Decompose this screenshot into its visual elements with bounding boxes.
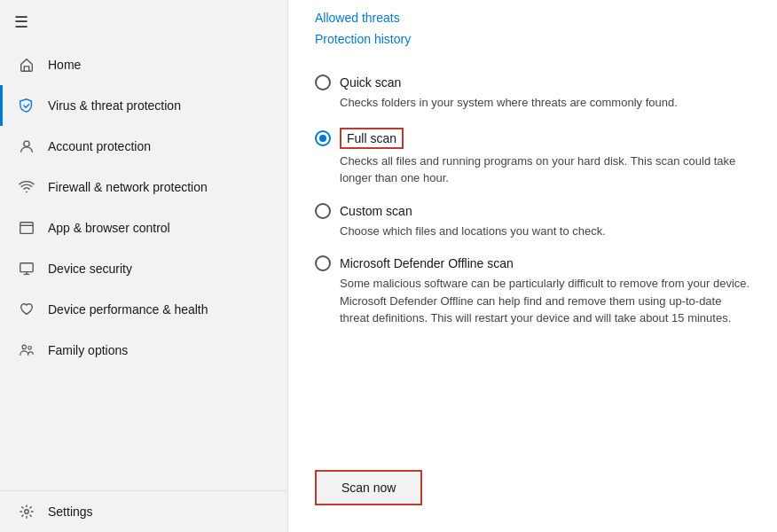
- protection-history-link[interactable]: Protection history: [315, 32, 750, 46]
- sidebar-item-firewall-label: Firewall & network protection: [48, 180, 208, 194]
- sidebar-item-family-label: Family options: [48, 343, 128, 357]
- scan-now-button[interactable]: Scan now: [315, 470, 422, 505]
- sidebar-item-account-label: Account protection: [48, 139, 151, 153]
- home-icon: [18, 56, 35, 74]
- hamburger-icon[interactable]: ☰: [14, 12, 28, 32]
- scan-options: Quick scan Checks folders in your system…: [315, 74, 750, 449]
- links-area: Allowed threats Protection history: [315, 0, 750, 53]
- full-scan-option: Full scan Checks all files and running p…: [315, 128, 750, 187]
- full-scan-radio[interactable]: [315, 130, 331, 146]
- svg-point-3: [22, 345, 27, 349]
- quick-scan-option: Quick scan Checks folders in your system…: [315, 74, 750, 112]
- offline-scan-option: Microsoft Defender Offline scan Some mal…: [315, 255, 750, 327]
- quick-scan-desc: Checks folders in your system where thre…: [340, 94, 750, 112]
- sidebar: ☰ Home Virus & threat protection: [0, 0, 288, 532]
- full-scan-header[interactable]: Full scan: [315, 128, 750, 149]
- heart-icon: [18, 301, 35, 318]
- sidebar-item-firewall[interactable]: Firewall & network protection: [0, 167, 287, 207]
- full-scan-label-wrapper: Full scan: [340, 128, 404, 149]
- sidebar-header: ☰: [0, 0, 287, 44]
- svg-point-0: [24, 141, 29, 146]
- computer-icon: [18, 260, 35, 278]
- quick-scan-header[interactable]: Quick scan: [315, 74, 750, 90]
- custom-scan-radio[interactable]: [315, 203, 331, 219]
- svg-rect-2: [20, 263, 33, 272]
- sidebar-item-devicesec-label: Device security: [48, 262, 132, 276]
- custom-scan-header[interactable]: Custom scan: [315, 203, 750, 219]
- browser-icon: [18, 219, 35, 237]
- sidebar-item-virus[interactable]: Virus & threat protection: [0, 85, 287, 126]
- offline-scan-label: Microsoft Defender Offline scan: [340, 256, 514, 270]
- custom-scan-desc: Choose which files and locations you wan…: [340, 223, 750, 240]
- scan-now-wrapper: Scan now: [315, 470, 750, 514]
- svg-point-4: [28, 347, 32, 350]
- svg-point-5: [25, 510, 29, 514]
- svg-rect-1: [20, 223, 33, 234]
- allowed-threats-link[interactable]: Allowed threats: [315, 11, 750, 25]
- sidebar-item-devicesec[interactable]: Device security: [0, 248, 287, 289]
- shield-icon: [18, 97, 35, 114]
- sidebar-item-home-label: Home: [48, 58, 81, 72]
- full-scan-label: Full scan: [347, 131, 396, 145]
- sidebar-item-settings-label: Settings: [48, 505, 93, 519]
- wifi-icon: [18, 178, 35, 196]
- offline-scan-radio[interactable]: [315, 255, 331, 271]
- offline-scan-header[interactable]: Microsoft Defender Offline scan: [315, 255, 750, 271]
- sidebar-item-devicehealth-label: Device performance & health: [48, 302, 208, 317]
- person-icon: [18, 137, 35, 155]
- sidebar-item-appbrowser-label: App & browser control: [48, 221, 170, 235]
- custom-scan-label: Custom scan: [340, 204, 412, 218]
- sidebar-item-appbrowser[interactable]: App & browser control: [0, 207, 287, 248]
- full-scan-desc: Checks all files and running programs on…: [340, 153, 750, 187]
- custom-scan-option: Custom scan Choose which files and locat…: [315, 203, 750, 240]
- sidebar-item-account[interactable]: Account protection: [0, 126, 287, 167]
- sidebar-item-family[interactable]: Family options: [0, 330, 287, 371]
- gear-icon: [18, 503, 35, 520]
- quick-scan-label: Quick scan: [340, 75, 401, 90]
- main-content: Allowed threats Protection history Quick…: [288, 0, 777, 532]
- sidebar-item-virus-label: Virus & threat protection: [48, 98, 181, 113]
- family-icon: [18, 341, 35, 359]
- quick-scan-radio[interactable]: [315, 74, 331, 90]
- sidebar-bottom: Settings: [0, 490, 287, 532]
- sidebar-item-settings[interactable]: Settings: [0, 491, 287, 532]
- offline-scan-desc: Some malicious software can be particula…: [340, 275, 750, 327]
- sidebar-item-home[interactable]: Home: [0, 44, 287, 85]
- sidebar-item-devicehealth[interactable]: Device performance & health: [0, 289, 287, 330]
